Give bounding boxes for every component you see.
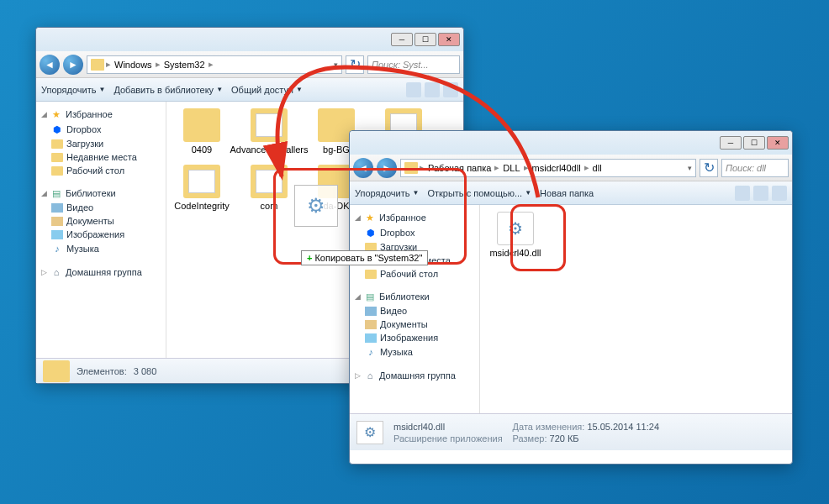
refresh-button[interactable]: ↻ (700, 159, 718, 177)
explorer-window-dll: ─ ☐ ✕ ◄ ► ▸ Рабочая папка ▸ DLL ▸ msidcr… (349, 130, 793, 465)
organize-menu[interactable]: Упорядочить▼ (355, 188, 419, 198)
details-modified-label: Дата изменения: (513, 422, 585, 432)
video-icon (365, 307, 377, 316)
sidebar-libraries[interactable]: ◢▤Библиотеки (40, 186, 162, 201)
close-button[interactable]: ✕ (438, 33, 460, 46)
back-button[interactable]: ◄ (353, 158, 373, 178)
openwith-menu[interactable]: Открыть с помощью...▼ (427, 188, 531, 198)
chevron-down-icon[interactable]: ▾ (334, 60, 338, 69)
folder-icon (365, 243, 377, 252)
chevron-down-icon[interactable]: ▾ (688, 164, 692, 172)
file-pane[interactable]: msidcrl40.dll (480, 205, 792, 413)
folder-icon (51, 166, 63, 176)
music-icon: ♪ (365, 346, 377, 358)
sidebar-libraries[interactable]: ◢▤Библиотеки (353, 289, 476, 304)
details-size-label: Размер: (513, 433, 547, 444)
folder-icon (183, 165, 220, 198)
music-icon: ♪ (51, 243, 63, 255)
maximize-button[interactable]: ☐ (743, 136, 765, 150)
breadcrumb[interactable]: ▸ Windows ▸ System32 ▸ ▾ (87, 55, 342, 74)
sidebar-item-documents[interactable]: Документы (353, 318, 476, 331)
breadcrumb-item[interactable]: Windows (113, 60, 154, 70)
breadcrumb-item[interactable]: dll (591, 163, 604, 173)
sidebar-favorites[interactable]: ◢★Избранное (40, 107, 162, 122)
file-item-dll[interactable]: msidcrl40.dll (487, 212, 544, 258)
details-filetype: Расширение приложения (393, 433, 503, 444)
toolbar: Упорядочить▼ Добавить в библиотеку▼ Общи… (36, 78, 463, 102)
sidebar-item-recent[interactable]: Недавние места (353, 254, 476, 267)
sidebar-item-images[interactable]: Изображения (40, 228, 162, 241)
sidebar-item-music[interactable]: ♪Музыка (353, 344, 476, 360)
chevron-right-icon: ▸ (420, 162, 425, 173)
sidebar-item-dropbox[interactable]: ⬢Dropbox (353, 225, 476, 240)
back-button[interactable]: ◄ (40, 55, 60, 75)
image-icon (365, 333, 377, 343)
maximize-button[interactable]: ☐ (414, 33, 436, 46)
help-button[interactable] (772, 186, 787, 201)
chevron-down-icon: ▼ (98, 86, 105, 93)
details-filename: msidcrl40.dll (393, 422, 503, 432)
view-button[interactable] (735, 186, 750, 201)
folder-item[interactable]: 0409 (173, 108, 230, 155)
status-label: Элементов: (77, 366, 127, 376)
chevron-right-icon: ▸ (524, 162, 529, 173)
video-icon (51, 203, 63, 213)
preview-button[interactable] (753, 186, 768, 201)
view-button[interactable] (406, 82, 421, 97)
sidebar-item-video[interactable]: Видео (40, 201, 162, 214)
sidebar-homegroup[interactable]: ▷⌂Домашняя группа (353, 368, 476, 383)
folder-item[interactable]: CodeIntegrity (173, 165, 230, 211)
collapse-icon: ◢ (355, 292, 361, 301)
sidebar-item-images[interactable]: Изображения (353, 331, 476, 344)
sidebar-item-video[interactable]: Видео (353, 304, 476, 318)
sidebar-item-downloads[interactable]: Загрузки (353, 240, 476, 254)
close-button[interactable]: ✕ (767, 136, 789, 150)
homegroup-icon: ⌂ (50, 266, 62, 278)
folder-item[interactable]: AdvancedInstallers (240, 108, 298, 155)
minimize-button[interactable]: ─ (391, 33, 413, 46)
sidebar: ◢★Избранное ⬢Dropbox Загрузки Недавние м… (350, 205, 480, 413)
sidebar-homegroup[interactable]: ▷⌂Домашняя группа (40, 265, 162, 280)
folder-item[interactable]: com (240, 165, 298, 211)
chevron-down-icon: ▼ (216, 86, 223, 93)
folder-icon (404, 162, 418, 174)
sidebar: ◢★Избранное ⬢Dropbox Загрузки Недавние м… (36, 102, 166, 358)
help-button[interactable] (443, 82, 458, 97)
dropbox-icon: ⬢ (51, 123, 63, 135)
breadcrumb[interactable]: ▸ Рабочая папка ▸ DLL ▸ msidcrl40dll ▸ d… (400, 159, 696, 177)
sidebar-favorites[interactable]: ◢★Избранное (353, 210, 476, 225)
minimize-button[interactable]: ─ (720, 136, 742, 150)
preview-button[interactable] (425, 82, 440, 97)
forward-button[interactable]: ► (63, 55, 83, 75)
newfolder-button[interactable]: Новая папка (540, 188, 594, 198)
star-icon: ★ (50, 108, 62, 120)
breadcrumb-item[interactable]: DLL (501, 163, 521, 173)
sidebar-item-downloads[interactable]: Загрузки (40, 137, 162, 150)
folder-icon (91, 59, 104, 71)
dropbox-icon: ⬢ (365, 227, 377, 239)
library-icon: ▤ (50, 187, 62, 199)
breadcrumb-item[interactable]: msidcrl40dll (531, 163, 583, 173)
sidebar-item-dropbox[interactable]: ⬢Dropbox (40, 122, 162, 137)
breadcrumb-item[interactable]: Рабочая папка (426, 163, 493, 173)
addlib-menu[interactable]: Добавить в библиотеку▼ (114, 85, 223, 95)
organize-menu[interactable]: Упорядочить▼ (41, 85, 105, 95)
chevron-right-icon: ▸ (584, 162, 589, 173)
breadcrumb-item[interactable]: System32 (162, 60, 207, 70)
titlebar: ─ ☐ ✕ (36, 28, 463, 51)
search-input[interactable]: Поиск: Syst... (367, 55, 460, 74)
sidebar-item-desktop[interactable]: Рабочий стол (353, 267, 476, 281)
chevron-down-icon: ▼ (525, 189, 531, 197)
sidebar-item-documents[interactable]: Документы (40, 214, 162, 228)
search-input[interactable]: Поиск: dll (721, 159, 789, 177)
sidebar-item-music[interactable]: ♪Музыка (40, 241, 162, 256)
sidebar-item-desktop[interactable]: Рабочий стол (40, 164, 162, 177)
forward-button[interactable]: ► (377, 158, 397, 178)
folder-icon (251, 108, 288, 142)
folder-icon (51, 139, 63, 149)
refresh-button[interactable]: ↻ (346, 55, 364, 74)
sidebar-item-recent[interactable]: Недавние места (40, 150, 162, 164)
library-icon: ▤ (364, 291, 376, 302)
expand-icon: ▷ (41, 268, 47, 276)
share-menu[interactable]: Общий доступ▼ (231, 85, 303, 95)
